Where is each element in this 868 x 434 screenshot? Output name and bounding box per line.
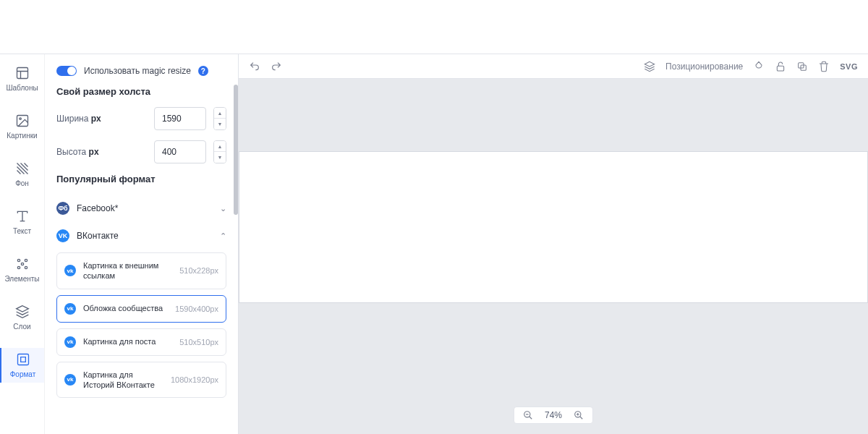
format-item-label: Обложка сообщества: [83, 303, 168, 313]
format-group-label: ВКонтакте: [77, 231, 213, 241]
format-item-dims: 510x510px: [179, 338, 218, 346]
nav-label: Слои: [13, 323, 30, 331]
help-icon[interactable]: ?: [198, 66, 208, 76]
nav-label: Формат: [10, 370, 36, 378]
svg-point-3: [17, 259, 20, 261]
format-group-vkontakte[interactable]: VK ВКонтакте ⌃: [56, 222, 226, 250]
width-input[interactable]: [154, 107, 206, 130]
width-stepper: ▲ ▼: [213, 107, 226, 130]
magic-resize-toggle[interactable]: [56, 66, 77, 76]
vk-icon: vk: [64, 303, 76, 315]
app-root: Шаблоны Картинки Фон Текст Элементы Слои…: [0, 0, 868, 434]
nav-elements[interactable]: Элементы: [0, 252, 44, 287]
nav-layers[interactable]: Слои: [0, 300, 44, 335]
facebook-badge-icon: Фб: [56, 202, 69, 215]
canvas-area: Позиционирование SVG 74%: [239, 54, 868, 434]
format-icon: [16, 352, 30, 367]
width-row: Ширина px ▲ ▼: [56, 107, 226, 130]
format-group-facebook[interactable]: Фб Facebook* ⌄: [56, 195, 226, 222]
svg-export-button[interactable]: SVG: [840, 62, 858, 71]
unlock-icon[interactable]: [775, 61, 786, 72]
svg-rect-9: [778, 66, 784, 71]
format-group-label: Facebook*: [77, 203, 213, 213]
zoom-control: 74%: [514, 407, 593, 424]
nav-images[interactable]: Картинки: [0, 109, 44, 144]
width-step-up[interactable]: ▲: [214, 108, 226, 119]
format-item-label: Картинка к внешним ссылкам: [83, 260, 172, 281]
format-item-stories[interactable]: vk Картинка для Историй ВКонтакте 1080x1…: [56, 362, 226, 399]
nav-label: Картинки: [7, 132, 37, 140]
background-icon: [15, 161, 30, 176]
elements-icon: [15, 257, 30, 271]
height-label: Высота px: [56, 147, 147, 157]
copy-icon[interactable]: [796, 61, 808, 72]
image-icon: [15, 114, 30, 128]
nav-label: Фон: [15, 179, 29, 187]
section-popular-format: Популярный формат: [56, 174, 226, 184]
left-nav: Шаблоны Картинки Фон Текст Элементы Слои…: [0, 54, 45, 434]
height-row: Высота px ▲ ▼: [56, 140, 226, 163]
vk-icon: vk: [64, 265, 76, 276]
nav-background[interactable]: Фон: [0, 157, 44, 192]
format-item-post[interactable]: vk Картинка для поста 510x510px: [56, 328, 226, 356]
svg-point-7: [21, 263, 23, 265]
canvas-toolbar: Позиционирование SVG: [239, 54, 868, 79]
redo-button[interactable]: [271, 61, 282, 72]
svg-point-6: [25, 266, 27, 268]
layers-icon[interactable]: [644, 61, 655, 72]
nav-format[interactable]: Формат: [0, 348, 44, 383]
layers-icon: [15, 305, 30, 319]
opacity-icon[interactable]: [753, 61, 765, 72]
magic-resize-row: Использовать magic resize ?: [56, 66, 226, 76]
nav-label: Шаблоны: [6, 84, 38, 92]
canvas-artboard[interactable]: [239, 151, 868, 303]
side-panel: Использовать magic resize ? Свой размер …: [45, 54, 239, 434]
vk-icon: vk: [64, 374, 76, 386]
svg-point-4: [25, 259, 27, 261]
trash-icon[interactable]: [818, 61, 830, 72]
format-item-dims: 1590x400px: [175, 305, 218, 313]
zoom-in-button[interactable]: [574, 410, 584, 420]
height-step-up[interactable]: ▲: [214, 141, 226, 152]
height-step-down[interactable]: ▼: [214, 152, 226, 163]
nav-label: Текст: [13, 227, 31, 235]
top-whitespace: [0, 0, 868, 54]
nav-label: Элементы: [5, 275, 40, 283]
zoom-out-button[interactable]: [523, 410, 533, 420]
height-input[interactable]: [154, 140, 206, 163]
zoom-value: 74%: [545, 410, 562, 420]
canvas-viewport[interactable]: 74%: [239, 79, 868, 434]
text-icon: [15, 209, 30, 224]
format-item-dims: 510x228px: [179, 266, 218, 275]
vk-badge-icon: VK: [56, 229, 69, 242]
scrollbar-thumb[interactable]: [234, 85, 238, 215]
format-item-community-cover[interactable]: vk Обложка сообщества 1590x400px: [56, 295, 226, 323]
magic-resize-label: Использовать magic resize: [84, 66, 191, 76]
svg-point-2: [19, 118, 20, 120]
section-custom-size: Свой размер холста: [56, 86, 226, 97]
svg-rect-8: [17, 354, 28, 365]
positioning-button[interactable]: Позиционирование: [665, 61, 743, 72]
templates-icon: [15, 66, 30, 80]
nav-text[interactable]: Текст: [0, 205, 44, 239]
width-step-down[interactable]: ▼: [214, 119, 226, 129]
format-item-label: Картинка для Историй ВКонтакте: [83, 370, 163, 391]
svg-rect-0: [17, 68, 27, 79]
height-stepper: ▲ ▼: [213, 140, 226, 163]
chevron-down-icon: ⌄: [220, 204, 226, 213]
format-item-external-link[interactable]: vk Картинка к внешним ссылкам 510x228px: [56, 252, 226, 289]
chevron-up-icon: ⌃: [220, 231, 226, 241]
format-item-label: Картинка для поста: [83, 336, 172, 346]
vk-icon: vk: [64, 336, 76, 348]
nav-templates[interactable]: Шаблоны: [0, 61, 44, 96]
width-label: Ширина px: [56, 114, 147, 124]
undo-button[interactable]: [249, 61, 260, 72]
vk-format-list: vk Картинка к внешним ссылкам 510x228px …: [56, 252, 226, 398]
svg-point-5: [17, 266, 20, 268]
format-item-dims: 1080x1920px: [171, 375, 218, 384]
